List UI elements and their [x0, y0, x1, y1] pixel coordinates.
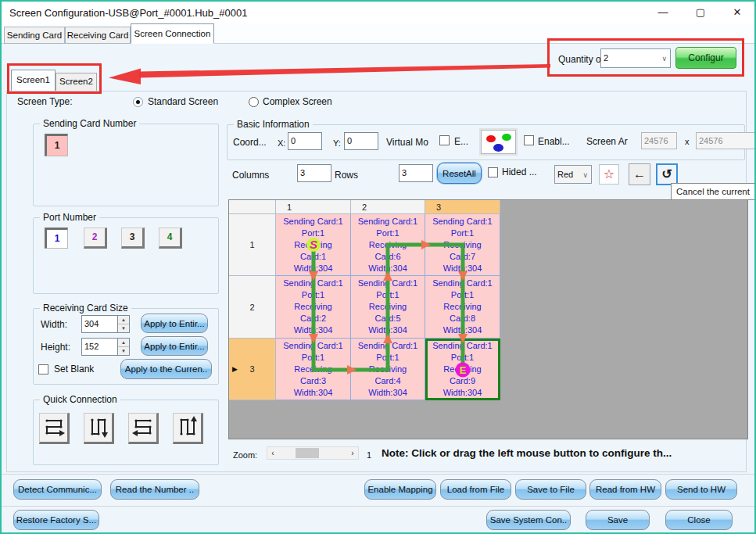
- grid-cell-r1c2[interactable]: Sending Card:1Port:1ReceivingCard:6Width…: [351, 214, 425, 276]
- sending-card-number-group: Sending Card Number 1: [33, 124, 219, 206]
- grid-column-header-2[interactable]: 2: [351, 200, 425, 214]
- grid-cell-r2c3[interactable]: Sending Card:1Port:1ReceivingCard:8Width…: [425, 276, 500, 339]
- port-4-button[interactable]: 4: [159, 228, 182, 249]
- star-icon[interactable]: ☆: [599, 164, 619, 185]
- reset-all-button[interactable]: ResetAll: [437, 163, 482, 184]
- sending-card-number-title: Sending Card Number: [40, 118, 139, 129]
- grid-row-header-2[interactable]: 2: [229, 276, 276, 339]
- grid-cell-line: Receiving: [351, 239, 425, 251]
- basic-information-title: Basic Information: [234, 119, 313, 130]
- port-2-button[interactable]: 2: [84, 228, 107, 249]
- cancel-undo-icon[interactable]: ↺: [656, 163, 678, 185]
- grid-cell-r2c1[interactable]: Sending Card:1Port:1ReceivingCard:2Width…: [276, 276, 351, 339]
- grid-table: 1231Sending Card:1Port:1ReceivingCard:1W…: [229, 200, 500, 400]
- annotation-arrow-head: [109, 69, 141, 85]
- virtual-mode-checkbox-label: E...: [454, 136, 468, 147]
- spin-down-icon[interactable]: ▼: [118, 347, 129, 356]
- read-the-number-button[interactable]: Read the Number ..: [110, 479, 199, 500]
- snake-vertical-from-bottom-left-glyph: [176, 415, 199, 439]
- tab-screen-connection[interactable]: Screen Connection: [131, 23, 214, 44]
- back-arrow-icon[interactable]: ←: [629, 163, 650, 185]
- save-system-con-button[interactable]: Save System Con..: [486, 510, 571, 530]
- grid-cell-line: Port:1: [276, 228, 350, 239]
- grid-cell-line: Width:304: [276, 324, 350, 336]
- read-from-hw-button[interactable]: Read from HW: [589, 479, 661, 500]
- standard-screen-label: Standard Screen: [148, 96, 218, 107]
- scroll-left-icon[interactable]: ‹: [267, 447, 278, 459]
- save-to-file-button[interactable]: Save to File: [515, 479, 586, 500]
- grid-cell-line: Sending Card:1: [276, 216, 350, 228]
- quantity-select[interactable]: 2 ∨: [600, 48, 671, 68]
- standard-screen-radio[interactable]: [133, 97, 143, 107]
- y-input[interactable]: 0: [344, 132, 378, 150]
- spin-up-icon[interactable]: ▲: [118, 339, 129, 347]
- apply-current-button[interactable]: Apply to the Curren..: [120, 359, 212, 379]
- grid-cell-r2c2[interactable]: Sending Card:1Port:1ReceivingCard:5Width…: [351, 276, 425, 339]
- load-from-file-button[interactable]: Load from File: [440, 479, 511, 500]
- close-icon[interactable]: ✕: [726, 4, 749, 20]
- tab-screen1[interactable]: Screen1: [11, 70, 56, 91]
- hided-label: Hided ...: [502, 167, 537, 177]
- quantity-select-value: 2: [604, 53, 608, 63]
- send-to-hw-button[interactable]: Send to HW: [665, 479, 737, 500]
- rows-input[interactable]: 3: [399, 164, 433, 182]
- detect-communic-button[interactable]: Detect Communic...: [13, 479, 102, 500]
- grid-column-header-3[interactable]: 3: [425, 200, 500, 214]
- height-input[interactable]: 152: [81, 338, 118, 356]
- grid-cell-r3c3[interactable]: Sending Card:1Port:1ReceivingCard:9Width…: [425, 339, 500, 400]
- scroll-right-icon[interactable]: ›: [347, 447, 358, 459]
- tab-receiving-card[interactable]: Receiving Card: [65, 27, 131, 44]
- snake-horizontal-from-top-left-icon[interactable]: [39, 413, 70, 444]
- grid-cell-line: Receiving: [351, 301, 425, 313]
- zoom-label: Zoom:: [233, 450, 257, 460]
- apply-width-button[interactable]: Apply to Entir...: [141, 314, 208, 333]
- grid-row-header-3[interactable]: 3▶: [229, 339, 276, 400]
- complex-screen-radio[interactable]: [249, 97, 259, 107]
- x-input[interactable]: 0: [288, 132, 322, 150]
- port-number-title: Port Number: [40, 212, 99, 223]
- connection-grid[interactable]: 1231Sending Card:1Port:1ReceivingCard:1W…: [228, 199, 748, 439]
- tab-sending-card[interactable]: Sending Card: [4, 27, 65, 44]
- sending-card-1-button[interactable]: 1: [45, 134, 68, 156]
- grid-cell-line: Port:1: [276, 352, 350, 364]
- hided-checkbox[interactable]: [488, 167, 498, 177]
- grid-row-header-1[interactable]: 1: [229, 214, 276, 276]
- virtual-mode-checkbox[interactable]: [439, 135, 450, 145]
- screen-area-height-input: 24576: [696, 132, 755, 149]
- set-blank-checkbox[interactable]: [38, 364, 48, 375]
- snake-vertical-from-top-left-icon[interactable]: [84, 413, 114, 444]
- grid-cell-line: Width:304: [276, 263, 350, 274]
- spin-up-icon[interactable]: ▲: [118, 316, 129, 324]
- zoom-scrollbar[interactable]: ‹ ›: [267, 446, 359, 460]
- save-button[interactable]: Save: [586, 510, 650, 530]
- grid-cell-r1c3[interactable]: Sending Card:1Port:1ReceivingCard:7Width…: [425, 214, 500, 276]
- grid-cell-line: Card:7: [425, 251, 500, 263]
- zoom-scrollbar-thumb[interactable]: [296, 448, 319, 458]
- enable-mapping-button[interactable]: Enable Mapping: [364, 479, 436, 500]
- rgb-dots-icon[interactable]: [481, 130, 516, 154]
- configure-button[interactable]: Configur: [675, 47, 736, 69]
- width-input[interactable]: 304: [81, 315, 118, 333]
- snake-vertical-from-bottom-left-icon[interactable]: [173, 413, 203, 444]
- grid-cell-line: Card:6: [351, 251, 425, 263]
- port-3-button[interactable]: 3: [121, 228, 145, 249]
- minimize-icon[interactable]: —: [651, 4, 675, 20]
- grid-cell-r3c2[interactable]: Sending Card:1Port:1ReceivingCard:4Width…: [351, 339, 425, 400]
- color-select[interactable]: Red ∨: [554, 165, 592, 184]
- height-stepper[interactable]: ▲▼: [118, 338, 130, 356]
- enable-checkbox[interactable]: [524, 135, 534, 145]
- grid-cell-line: Width:304: [276, 387, 350, 399]
- columns-input[interactable]: 3: [297, 164, 331, 182]
- maximize-icon[interactable]: ▢: [689, 4, 712, 20]
- close-button[interactable]: Close: [665, 510, 733, 530]
- spin-down-icon[interactable]: ▼: [118, 324, 129, 333]
- width-stepper[interactable]: ▲▼: [118, 315, 130, 333]
- snake-horizontal-from-top-right-icon[interactable]: [128, 413, 159, 444]
- port-1-button[interactable]: 1: [45, 228, 68, 249]
- grid-cell-r1c1[interactable]: Sending Card:1Port:1ReceivingCard:1Width…: [276, 214, 351, 276]
- grid-column-header-1[interactable]: 1: [276, 200, 351, 214]
- apply-height-button[interactable]: Apply to Entir...: [141, 336, 208, 356]
- restore-factory-s-button[interactable]: Restore Factory S...: [13, 510, 99, 530]
- grid-cell-r3c1[interactable]: Sending Card:1Port:1ReceivingCard:3Width…: [276, 339, 351, 400]
- tab-screen2[interactable]: Screen2: [56, 73, 97, 91]
